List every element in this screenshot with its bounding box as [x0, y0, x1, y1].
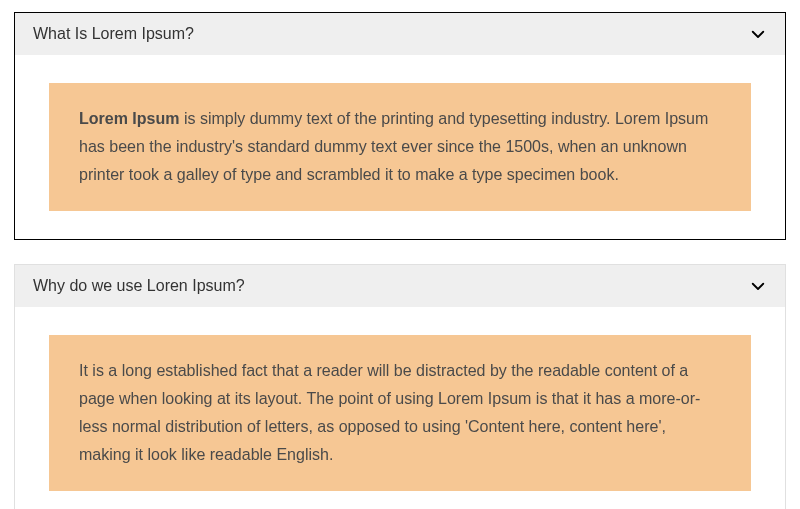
accordion-item: Why do we use Loren Ipsum? It is a long … [14, 264, 786, 509]
accordion-content-text: It is a long established fact that a rea… [49, 335, 751, 491]
accordion-header[interactable]: What Is Lorem Ipsum? [15, 13, 785, 55]
accordion-lead-bold: Lorem Ipsum [79, 110, 179, 127]
accordion-title: Why do we use Loren Ipsum? [33, 277, 245, 295]
accordion-content-text: Lorem Ipsum is simply dummy text of the … [49, 83, 751, 211]
accordion-title: What Is Lorem Ipsum? [33, 25, 194, 43]
accordion-header[interactable]: Why do we use Loren Ipsum? [15, 265, 785, 307]
chevron-down-icon [749, 25, 767, 43]
accordion-item: What Is Lorem Ipsum? Lorem Ipsum is simp… [14, 12, 786, 240]
accordion-panel: Lorem Ipsum is simply dummy text of the … [15, 55, 785, 239]
chevron-down-icon [749, 277, 767, 295]
accordion-panel: It is a long established fact that a rea… [15, 307, 785, 509]
